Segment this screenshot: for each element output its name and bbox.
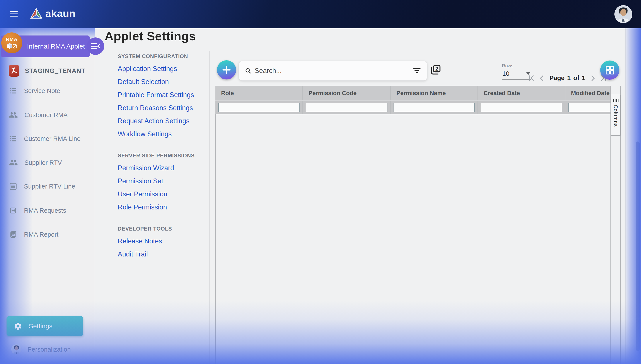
- column-header-role[interactable]: Role: [216, 86, 302, 100]
- nav-link-printable-format-settings[interactable]: Printable Format Settings: [118, 88, 205, 102]
- app-root: akaun RMA: [0, 0, 641, 364]
- nav-link-permission-set[interactable]: Permission Set: [118, 174, 205, 188]
- rma-badge-text: RMA: [6, 36, 18, 42]
- nav-section-heading: DEVELOPER TOOLS: [118, 225, 205, 232]
- filter-input-permission-name[interactable]: [393, 103, 475, 112]
- rows-value: 10: [502, 70, 509, 77]
- columns-panel-toggle[interactable]: Columns: [610, 95, 621, 136]
- sidebar-item-supplier-rtv[interactable]: Supplier RTV: [9, 156, 87, 169]
- page-of-label: of: [573, 74, 579, 82]
- nav-section-heading: SYSTEM CONFIGURATION: [118, 53, 205, 60]
- page-current: 1: [567, 74, 571, 82]
- nav-link-permission-wizard[interactable]: Permission Wizard: [118, 162, 205, 174]
- sidebar-item-settings[interactable]: Settings: [7, 316, 83, 336]
- rma-applet-badge-icon: RMA: [1, 32, 22, 53]
- sidebar-item-label: RMA Requests: [24, 207, 66, 214]
- sidebar-item-label: RMA Report: [24, 231, 58, 238]
- people-icon: [9, 158, 18, 167]
- nav-link-return-reasons-settings[interactable]: Return Reasons Settings: [118, 102, 205, 114]
- filter-input-modified-date[interactable]: [568, 103, 611, 112]
- nav-link-application-settings[interactable]: Application Settings: [118, 62, 205, 75]
- boxed-list-icon: [9, 182, 18, 191]
- column-header-created-date[interactable]: Created Date: [478, 86, 565, 100]
- nav-section-heading: SERVER SIDE PERMISSIONS: [118, 152, 205, 159]
- sidebar: RMA Internal RMA Applet STAGING_: [0, 28, 95, 364]
- page-title: Applet Settings: [105, 29, 196, 43]
- sidebar-item-label: Customer RMA: [25, 112, 68, 119]
- sidebar-item-customer-rma-line[interactable]: Customer RMA Line: [9, 132, 87, 145]
- brand-logo[interactable]: akaun: [30, 8, 75, 20]
- page-total: 1: [582, 74, 585, 82]
- columns-tab-label: Columns: [613, 105, 619, 127]
- sidebar-item-customer-rma[interactable]: Customer RMA: [9, 109, 87, 121]
- search-bar: [239, 61, 427, 80]
- sidebar-item-label: Supplier RTV: [25, 159, 62, 166]
- applet-header[interactable]: RMA Internal RMA Applet: [1, 36, 90, 57]
- filter-input-created-date[interactable]: [481, 103, 562, 112]
- prev-page-button[interactable]: [539, 75, 544, 82]
- table-header-row: Role Permission Code Permission Name Cre…: [216, 86, 611, 100]
- topbar: akaun: [0, 0, 641, 28]
- sidebar-item-label: Customer RMA Line: [24, 135, 81, 142]
- filter-input-permission-code[interactable]: [306, 103, 387, 112]
- sidebar-item-supplier-rtv-line[interactable]: Supplier RTV Line: [9, 180, 87, 192]
- pagination: Page 1 of 1: [528, 74, 607, 82]
- nav-link-release-notes[interactable]: Release Notes: [118, 235, 205, 248]
- add-button[interactable]: [217, 60, 236, 80]
- applet-title: Internal RMA Applet: [27, 42, 86, 50]
- list-icon: [9, 86, 18, 95]
- sidebar-item-rma-requests[interactable]: RMA Requests: [9, 204, 87, 216]
- column-header-modified-date[interactable]: Modified Date: [565, 86, 611, 100]
- nav-section-developer-tools: DEVELOPER TOOLS Release Notes Audit Trai…: [118, 225, 205, 261]
- nav-link-request-action-settings[interactable]: Request Action Settings: [118, 114, 205, 128]
- search-input[interactable]: [255, 67, 409, 75]
- nav-link-role-permission[interactable]: Role Permission: [118, 201, 205, 214]
- sidebar-item-rma-report[interactable]: RMA Report: [9, 228, 87, 240]
- filter-input-role[interactable]: [218, 103, 300, 112]
- svg-text:2: 2: [436, 66, 438, 72]
- duplicate-page-icon[interactable]: 2: [430, 64, 442, 76]
- table-filter-row: [216, 100, 611, 114]
- people-icon: [9, 110, 18, 120]
- search-icon: [245, 67, 252, 74]
- column-header-permission-name[interactable]: Permission Name: [390, 86, 478, 100]
- nav-link-workflow-settings[interactable]: Workflow Settings: [118, 128, 205, 141]
- nav-link-default-selection[interactable]: Default Selection: [118, 75, 205, 88]
- first-page-button[interactable]: [528, 75, 535, 82]
- settings-nav: SYSTEM CONFIGURATION Application Setting…: [118, 53, 205, 272]
- hamburger-menu-icon[interactable]: [10, 10, 19, 18]
- personalization-label: Personalization: [28, 346, 71, 353]
- grid-view-button[interactable]: [600, 60, 619, 80]
- next-page-button[interactable]: [591, 75, 596, 82]
- vertical-divider: [209, 51, 210, 364]
- main-content: Applet Settings SYSTEM CONFIGURATION App…: [96, 28, 641, 364]
- nav-link-audit-trail[interactable]: Audit Trail: [118, 248, 205, 261]
- gear-icon: [14, 322, 22, 330]
- sidebar-item-label: Service Note: [24, 87, 60, 94]
- report-icon: [9, 230, 18, 239]
- nav-link-user-permission[interactable]: User Permission: [118, 188, 205, 201]
- column-header-permission-code[interactable]: Permission Code: [302, 86, 390, 100]
- rows-label: Rows: [502, 63, 531, 68]
- sidebar-item-tenant[interactable]: STAGING_TENANT: [9, 65, 85, 77]
- list-icon: [9, 134, 18, 143]
- user-avatar[interactable]: [614, 5, 632, 23]
- akaun-triangle-logo-icon: [30, 8, 42, 19]
- page-label: Page: [549, 74, 564, 82]
- columns-icon: [613, 98, 618, 102]
- tenant-label: STAGING_TENANT: [25, 67, 85, 74]
- filter-icon[interactable]: [412, 67, 421, 74]
- tenant-logo-icon: [9, 65, 19, 77]
- brand-name: akaun: [45, 8, 75, 20]
- rows-per-page-select[interactable]: Rows 10: [502, 63, 531, 80]
- table-left-border: [216, 86, 216, 364]
- nav-section-server-side-permissions: SERVER SIDE PERMISSIONS Permission Wizar…: [118, 152, 205, 214]
- sidebar-item-personalization[interactable]: Personalization: [11, 344, 71, 354]
- sidebar-item-service-note[interactable]: Service Note: [9, 85, 87, 97]
- personalization-avatar: [11, 344, 21, 354]
- settings-label: Settings: [29, 322, 52, 330]
- sidebar-collapse-button[interactable]: [87, 38, 104, 55]
- exit-arrow-icon: [9, 206, 18, 215]
- content-right-border: [625, 28, 626, 364]
- vertical-scrollbar-thumb[interactable]: [636, 142, 640, 351]
